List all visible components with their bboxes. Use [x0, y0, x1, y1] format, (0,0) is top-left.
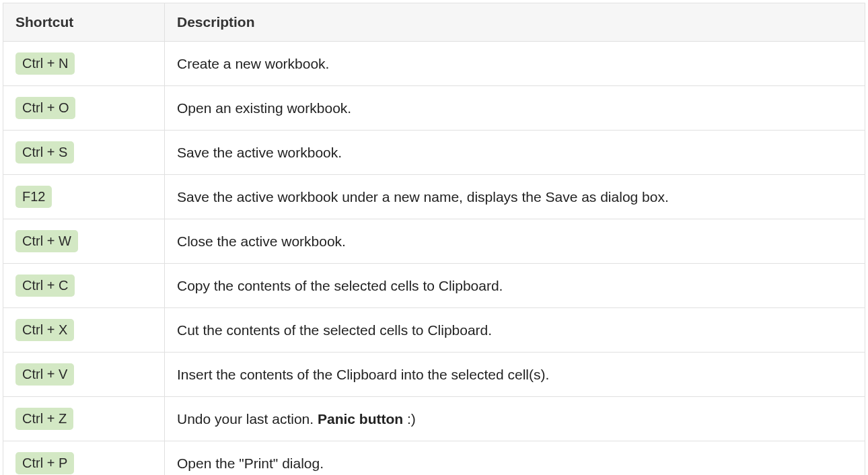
shortcut-cell: Ctrl + C: [3, 264, 165, 308]
kbd: Ctrl + S: [15, 141, 74, 163]
kbd: Ctrl + C: [15, 275, 75, 297]
header-shortcut: Shortcut: [3, 3, 165, 42]
desc-text: Copy the contents of the selected cells …: [177, 278, 503, 293]
desc-text: Create a new workbook.: [177, 56, 329, 71]
desc-text: Save the active workbook.: [177, 145, 342, 160]
description-cell: Undo your last action. Panic button :): [165, 397, 865, 441]
shortcut-cell: Ctrl + Z: [3, 397, 165, 441]
desc-text: Open the "Print" dialog.: [177, 455, 324, 471]
table-body: Ctrl + N Create a new workbook. Ctrl + O…: [3, 42, 865, 476]
table-row: Ctrl + S Save the active workbook.: [3, 131, 865, 175]
desc-after: :): [403, 411, 416, 427]
kbd: Ctrl + O: [15, 97, 75, 119]
description-cell: Save the active workbook.: [165, 131, 865, 175]
desc-text: Save the active workbook under a new nam…: [177, 189, 669, 205]
desc-bold: Panic button: [318, 411, 403, 427]
table-row: Ctrl + W Close the active workbook.: [3, 219, 865, 264]
kbd: Ctrl + V: [15, 363, 74, 386]
description-cell: Insert the contents of the Clipboard int…: [165, 353, 865, 397]
desc-text: Open an existing workbook.: [177, 100, 351, 116]
table-row: Ctrl + O Open an existing workbook.: [3, 86, 865, 131]
shortcut-cell: Ctrl + X: [3, 308, 165, 353]
table-row: Ctrl + Z Undo your last action. Panic bu…: [3, 397, 865, 441]
description-cell: Close the active workbook.: [165, 219, 865, 264]
shortcut-cell: Ctrl + P: [3, 441, 165, 476]
description-cell: Create a new workbook.: [165, 42, 865, 86]
shortcut-cell: Ctrl + W: [3, 219, 165, 264]
description-cell: Cut the contents of the selected cells t…: [165, 308, 865, 353]
kbd: Ctrl + Z: [15, 408, 73, 430]
desc-text: Cut the contents of the selected cells t…: [177, 322, 492, 338]
kbd: Ctrl + X: [15, 319, 74, 341]
description-cell: Open an existing workbook.: [165, 86, 865, 131]
shortcut-cell: Ctrl + V: [3, 353, 165, 397]
desc-text: Undo your last action.: [177, 411, 318, 427]
desc-text: Close the active workbook.: [177, 233, 346, 249]
description-cell: Open the "Print" dialog.: [165, 441, 865, 476]
table-header-row: Shortcut Description: [3, 3, 865, 42]
description-cell: Copy the contents of the selected cells …: [165, 264, 865, 308]
table-row: Ctrl + X Cut the contents of the selecte…: [3, 308, 865, 353]
table-row: Ctrl + P Open the "Print" dialog.: [3, 441, 865, 476]
shortcut-cell: Ctrl + N: [3, 42, 165, 86]
shortcut-cell: Ctrl + O: [3, 86, 165, 131]
kbd: Ctrl + N: [15, 52, 75, 75]
header-description: Description: [165, 3, 865, 42]
shortcuts-table: Shortcut Description Ctrl + N Create a n…: [3, 3, 865, 475]
kbd: Ctrl + W: [15, 230, 78, 252]
shortcut-cell: Ctrl + S: [3, 131, 165, 175]
kbd: F12: [15, 186, 52, 208]
shortcut-cell: F12: [3, 175, 165, 219]
table-row: Ctrl + N Create a new workbook.: [3, 42, 865, 86]
table-row: F12 Save the active workbook under a new…: [3, 175, 865, 219]
description-cell: Save the active workbook under a new nam…: [165, 175, 865, 219]
kbd: Ctrl + P: [15, 452, 74, 474]
desc-text: Insert the contents of the Clipboard int…: [177, 367, 549, 382]
table-row: Ctrl + C Copy the contents of the select…: [3, 264, 865, 308]
table-row: Ctrl + V Insert the contents of the Clip…: [3, 353, 865, 397]
